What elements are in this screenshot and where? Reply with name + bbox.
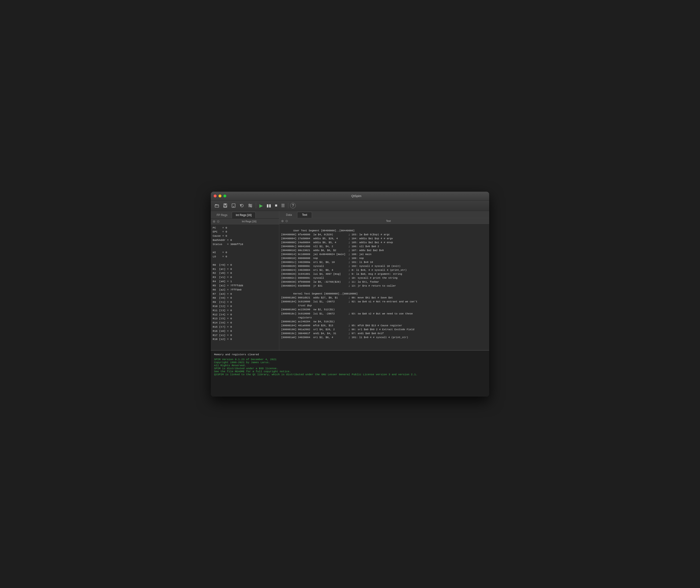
svg-rect-3: [224, 206, 226, 207]
help-button[interactable]: ?: [290, 203, 296, 208]
tab-int-regs[interactable]: Int Regs [16]: [232, 212, 255, 218]
settings-button[interactable]: [247, 202, 254, 209]
left-panel: FP Regs Int Regs [16] ⊗ ⊙ Int Regs [16] …: [211, 211, 279, 350]
close-button[interactable]: [214, 194, 217, 197]
reg-r16: R16 [s0] = 0: [213, 329, 277, 333]
registers-content: PC = 0 EPC = 0 Cause = 0 BadVAddr = 0 St…: [211, 224, 279, 350]
right-panel-header: ⊗ ⊙ Text: [279, 218, 489, 224]
left-panel-close-x[interactable]: ⊗: [213, 219, 215, 223]
reg-pc: PC = 0: [213, 226, 277, 230]
console-cleared-msg: Memory and registers cleared: [214, 353, 486, 356]
svg-point-8: [249, 204, 250, 205]
svg-point-9: [250, 205, 251, 206]
reg-badvaddr: BadVAddr = 0: [213, 238, 277, 242]
reg-r4: R4 [a0] = 1: [213, 279, 277, 283]
reg-r18: R18 [s2] = 0: [213, 337, 277, 341]
console-line-5: See the file README for a full copyright…: [214, 370, 486, 373]
run-button[interactable]: ▶: [258, 202, 264, 209]
minimize-button[interactable]: [218, 194, 222, 197]
reg-spacer2: [213, 259, 277, 263]
reg-r0: R0 [r0] = 0: [213, 263, 277, 267]
reg-r8: R8 [t0] = 0: [213, 296, 277, 300]
toolbar-separator: [256, 203, 256, 208]
left-panel-title: Int Regs [16]: [221, 220, 277, 223]
titlebar: QtSpim: [211, 192, 489, 200]
console-line-1: SPIM Version 9.1.23 of December 4, 2021: [214, 358, 486, 361]
svg-point-10: [251, 206, 252, 207]
traffic-lights: [214, 194, 226, 197]
right-tabs: Data Text: [279, 211, 489, 218]
reg-r10: R10 [t2] = 0: [213, 304, 277, 309]
right-panel-minimize-x[interactable]: ⊙: [285, 219, 288, 223]
reg-r5: R5 [a1] = 7ffffdd8: [213, 283, 277, 288]
reg-r17: R17 [s1] = 0: [213, 333, 277, 338]
user-segment-header: User Text Segment [00400000]..[00440000]: [281, 229, 355, 232]
tab-fp-regs[interactable]: FP Regs: [213, 212, 231, 218]
main-window: QtSpim ▶ ▮▮ ■ ☰ ? FP Regs: [211, 192, 489, 397]
console-output: SPIM Version 9.1.23 of December 4, 2021 …: [214, 358, 486, 376]
text-segment[interactable]: User Text Segment [00400000]..[00440000]…: [279, 224, 489, 350]
tab-text[interactable]: Text: [297, 212, 312, 218]
right-panel: Data Text ⊗ ⊙ Text User Text Segment [00…: [279, 211, 489, 350]
reg-r12: R12 [t4] = 0: [213, 313, 277, 317]
maximize-button[interactable]: [223, 194, 226, 197]
toolbar: ▶ ▮▮ ■ ☰ ?: [211, 200, 489, 211]
reg-r7: R7 [a3] = 0: [213, 292, 277, 296]
reg-r14: R14 [t6] = 0: [213, 321, 277, 325]
reg-lo: LO = 0: [213, 254, 277, 259]
left-panel-header: ⊗ ⊙ Int Regs [16]: [211, 218, 279, 224]
console-line-3: All Rights Reserved.: [214, 364, 486, 367]
stop-button[interactable]: ■: [273, 202, 279, 209]
reg-r13: R13 [t5] = 0: [213, 317, 277, 321]
svg-rect-2: [224, 204, 226, 205]
console-line-4: SPIM is distributed under a BSD license.: [214, 367, 486, 370]
reg-r6: R6 [a2] = 7fffde0: [213, 288, 277, 292]
toolbar-separator-2: [288, 203, 288, 208]
left-panel-minimize-x[interactable]: ⊙: [217, 219, 220, 223]
reg-r15: R15 [t7] = 0: [213, 325, 277, 329]
console-line-2: Copyright 1990-2021 by James Larus.: [214, 361, 486, 364]
reg-epc: EPC = 0: [213, 230, 277, 234]
reg-hi: HI = 0: [213, 250, 277, 254]
right-panel-close-x[interactable]: ⊗: [281, 219, 284, 223]
reload-button[interactable]: [238, 202, 246, 209]
right-panel-title: Text: [289, 219, 487, 222]
save-as-button[interactable]: [230, 202, 237, 209]
reg-r3: R3 [v1] = 0: [213, 275, 277, 279]
reg-cause: Cause = 0: [213, 234, 277, 238]
open-button[interactable]: [213, 202, 221, 209]
main-content: FP Regs Int Regs [16] ⊗ ⊙ Int Regs [16] …: [211, 211, 489, 350]
save-button[interactable]: [222, 202, 229, 209]
window-title: QtSpim: [226, 194, 486, 198]
reg-r1: R1 [at] = 0: [213, 267, 277, 271]
console-line-6: QtSPIM is linked to the Qt library, whic…: [214, 373, 486, 376]
step-button[interactable]: ☰: [280, 202, 286, 209]
tab-data[interactable]: Data: [281, 212, 297, 218]
left-tabs: FP Regs Int Regs [16]: [211, 211, 279, 218]
reg-r2: R2 [v0] = 0: [213, 271, 277, 275]
reg-status: Status = 3000ff10: [213, 242, 277, 246]
reg-spacer1: [213, 246, 277, 250]
reg-r9: R9 [t1] = 0: [213, 300, 277, 304]
pause-button[interactable]: ▮▮: [265, 202, 273, 209]
console-area[interactable]: Memory and registers cleared SPIM Versio…: [211, 350, 489, 397]
reg-r11: R11 [t3] = 0: [213, 309, 277, 313]
kernel-segment-header: Kernel Text Segment [80000000]..[8001000…: [281, 292, 358, 295]
